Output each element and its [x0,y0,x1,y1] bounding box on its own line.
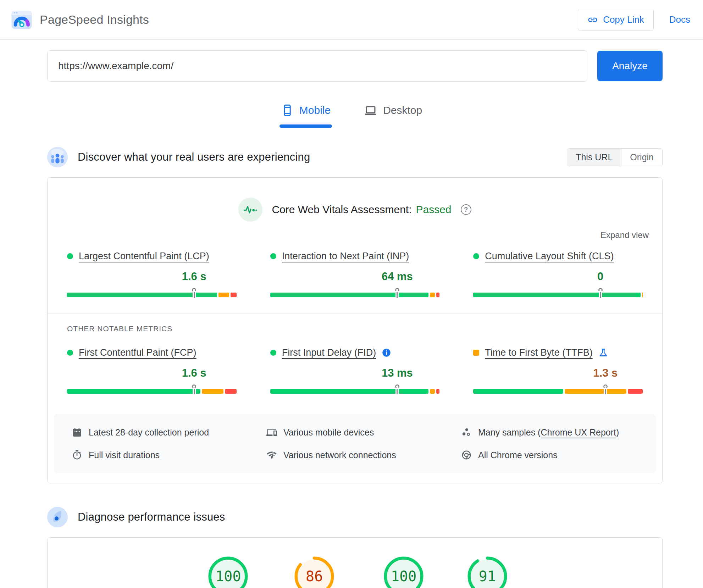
info-network-connections: Various network connections [266,450,461,460]
info-mobile-devices: Various mobile devices [266,427,461,438]
score-accessibility[interactable]: 86 Accessibility [288,556,341,588]
calendar-icon [72,427,82,438]
metric-value: 64 ms [382,270,413,283]
expand-view-link[interactable]: Expand view [600,230,649,240]
distribution-bar [473,389,643,394]
stopwatch-icon [72,450,82,460]
users-icon [47,147,68,167]
metric-lcp: Largest Contentful Paint (LCP) 1.6 s [67,251,237,297]
samples-dots-icon [461,427,472,438]
metric-fid: First Input Delay (FID) 13 ms [270,347,440,394]
collection-info-strip: Latest 28-day collection period Various … [54,414,656,473]
pagespeed-logo-icon [11,9,33,31]
percentile-marker [395,384,399,394]
info-text: Full visit durations [89,450,160,460]
tab-mobile-label: Mobile [299,104,331,116]
link-icon [587,15,598,25]
devices-icon [266,427,277,438]
metric-value: 13 ms [382,367,413,379]
distribution-bar [473,293,643,297]
score-value: 86 [294,556,334,588]
percentile-marker [603,384,608,394]
metric-link-inp[interactable]: Interaction to Next Paint (INP) [282,251,409,262]
distribution-bar [67,293,237,297]
percentile-marker [395,288,399,298]
crux-section-header: Discover what your real users are experi… [47,147,663,167]
url-form: Analyze [47,50,663,82]
metric-value: 1.6 s [182,270,206,283]
status-dot-icon [67,350,73,356]
diagnose-section-header: Diagnose performance issues [47,507,663,527]
cwv-assessment-result: Passed [416,204,451,216]
status-square-icon [473,350,479,356]
desktop-laptop-icon [364,104,377,117]
other-metrics-label: OTHER NOTABLE METRICS [48,314,662,333]
toggle-origin[interactable]: Origin [621,149,662,166]
info-samples: Many samples (Chrome UX Report) [461,427,656,438]
crux-card: Core Web Vitals Assessment: Passed Expan… [47,177,663,483]
metric-value: 1.3 s [593,367,618,379]
info-collection-period: Latest 28-day collection period [72,427,266,438]
info-icon[interactable] [382,348,391,357]
score-value: 100 [208,556,248,588]
score-performance[interactable]: 100 Performance [202,556,254,588]
metric-link-lcp[interactable]: Largest Contentful Paint (LCP) [79,251,209,262]
cwv-assessment-header: Core Web Vitals Assessment: Passed [48,178,662,222]
tab-desktop[interactable]: Desktop [362,101,424,119]
score-value: 100 [383,556,424,588]
metric-link-fcp[interactable]: First Contentful Paint (FCP) [79,347,196,358]
status-dot-icon [270,253,276,259]
score-best-practices[interactable]: 100 Best Practices [375,556,433,588]
metric-ttfb: Time to First Byte (TTFB) 1.3 s [473,347,643,394]
other-metrics-row: First Contentful Paint (FCP) 1.6 s First… [48,347,662,394]
status-dot-icon [270,350,276,356]
gauge-icon [47,507,68,527]
url-input[interactable] [47,50,587,82]
status-dot-icon [473,253,479,259]
metric-cls: Cumulative Layout Shift (CLS) 0 [473,251,643,297]
app-header: PageSpeed Insights Copy Link Docs [0,0,703,40]
analyze-button[interactable]: Analyze [597,51,663,81]
percentile-marker [192,384,196,394]
copy-link-label: Copy Link [603,14,644,25]
metric-value: 0 [597,270,603,283]
copy-link-button[interactable]: Copy Link [578,9,654,30]
active-tab-underline [279,124,332,128]
score-seo[interactable]: 91 SEO [467,556,508,588]
category-scores-row: 100 Performance 86 Accessibility 100 [48,538,662,588]
percentile-marker [192,288,196,298]
info-text: Various network connections [283,450,396,460]
toggle-this-url[interactable]: This URL [567,149,621,166]
metric-value: 1.6 s [182,367,206,379]
mobile-phone-icon [281,104,294,117]
percentile-marker [598,288,603,298]
distribution-bar [270,293,440,297]
distribution-bar [67,389,237,394]
cwv-assessment-label: Core Web Vitals Assessment: [272,204,411,216]
info-text: All Chrome versions [478,450,558,460]
docs-link[interactable]: Docs [669,14,690,25]
metric-link-fid[interactable]: First Input Delay (FID) [282,347,376,358]
status-dot-icon [67,253,73,259]
info-text: Various mobile devices [283,427,374,438]
metric-link-ttfb[interactable]: Time to First Byte (TTFB) [485,347,593,358]
chrome-ux-report-link[interactable]: Chrome UX Report [541,427,616,437]
heartbeat-icon [243,203,258,217]
device-tabs: Mobile Desktop [0,101,703,119]
tab-desktop-label: Desktop [383,104,422,116]
tab-mobile[interactable]: Mobile [279,101,332,119]
url-origin-toggle: This URL Origin [567,148,663,166]
crux-section-title: Discover what your real users are experi… [78,151,310,163]
score-value: 91 [467,556,508,588]
info-text: Latest 28-day collection period [89,427,209,438]
info-chrome-versions: All Chrome versions [461,450,656,460]
experimental-flask-icon[interactable] [598,348,608,358]
metric-inp: Interaction to Next Paint (INP) 64 ms [270,251,440,297]
app-title: PageSpeed Insights [40,13,149,27]
info-visit-durations: Full visit durations [72,450,266,460]
info-text: Many samples (Chrome UX Report) [478,427,619,438]
lighthouse-card: 100 Performance 86 Accessibility 100 [47,537,663,588]
metric-link-cls[interactable]: Cumulative Layout Shift (CLS) [485,251,614,262]
help-icon[interactable] [461,204,471,215]
diagnose-section-title: Diagnose performance issues [78,511,225,523]
